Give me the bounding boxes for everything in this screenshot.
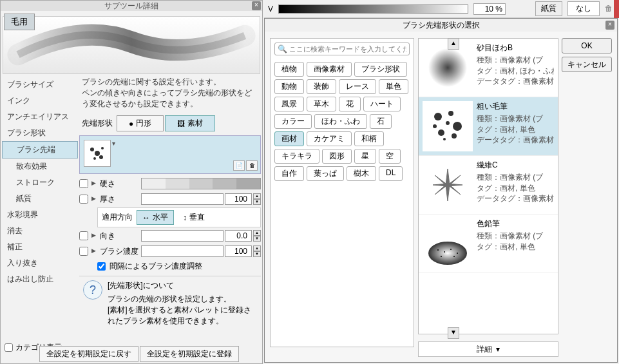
sidebar-item-10[interactable]: 補正 <box>2 239 78 255</box>
category-checkbox[interactable] <box>5 343 13 352</box>
material-item[interactable]: 粗い毛筆種類：画像素材 (ブタグ：画材, 単色データタグ：画像素材 <box>419 97 558 156</box>
tag-樹木[interactable]: 樹木 <box>347 166 376 181</box>
sidebar-item-7[interactable]: 紙質 <box>2 191 78 207</box>
angle-value[interactable]: 0.0 <box>225 230 252 242</box>
sidebar-item-9[interactable]: 消去 <box>2 223 78 239</box>
material-name: 色鉛筆 <box>477 218 554 229</box>
material-item[interactable]: 色鉛筆種類：画像素材 (ブタグ：画材, 単色 <box>419 215 558 273</box>
material-list[interactable]: 砂目ほわB種類：画像素材 (ブタグ：画材, ほわ・ふわデータタグ：画像素材粗い毛… <box>418 38 558 334</box>
tag-単色[interactable]: 単色 <box>379 79 408 94</box>
value-gradient[interactable] <box>278 5 468 14</box>
cancel-button[interactable]: キャンセル <box>562 57 612 72</box>
thickness-value[interactable]: 100 <box>225 193 252 205</box>
up-arrow-icon[interactable]: ▲ <box>253 245 261 251</box>
search-input[interactable] <box>289 45 406 53</box>
tip-thumbnail[interactable] <box>84 140 111 167</box>
tag-草木[interactable]: 草木 <box>307 97 336 111</box>
tag-花[interactable]: 花 <box>339 97 361 111</box>
tag-レース[interactable]: レース <box>339 79 376 94</box>
density-check[interactable] <box>79 247 88 256</box>
tag-和柄[interactable]: 和柄 <box>354 131 384 146</box>
svg-point-19 <box>441 256 442 257</box>
search-field[interactable]: 🔍 <box>274 43 410 55</box>
tag-DL[interactable]: DL <box>379 166 403 181</box>
expand-icon[interactable]: ▶ <box>90 232 97 240</box>
horiz-label: 水平 <box>153 212 168 223</box>
tag-ハート[interactable]: ハート <box>363 97 401 111</box>
tag-キラキラ[interactable]: キラキラ <box>274 149 319 164</box>
horizontal-button[interactable]: ↔水平 <box>137 210 174 225</box>
material-item[interactable]: 砂目ほわB種類：画像素材 (ブタグ：画材, ほわ・ふわデータタグ：画像素材 <box>419 39 558 97</box>
tag-自作[interactable]: 自作 <box>274 166 304 181</box>
tag-ブラシ形状[interactable]: ブラシ形状 <box>354 62 407 77</box>
paper-none-button[interactable]: なし <box>567 1 600 16</box>
svg-point-15 <box>437 249 439 251</box>
expand-icon[interactable]: ▶ <box>90 195 97 203</box>
reset-button[interactable]: 全設定を初期設定に戻す <box>39 346 138 362</box>
thickness-check[interactable] <box>79 195 88 204</box>
expand-icon[interactable]: ▶ <box>90 180 97 187</box>
svg-point-18 <box>457 253 458 254</box>
percent-field[interactable]: 10 % <box>473 3 506 15</box>
scroll-up-icon[interactable]: ▲ <box>448 38 459 50</box>
hardness-slider[interactable] <box>141 178 261 189</box>
sidebar-item-3[interactable]: ブラシ形状 <box>2 125 78 141</box>
down-arrow-icon[interactable]: ▼ <box>253 236 261 242</box>
material-info: 色鉛筆種類：画像素材 (ブタグ：画材, 単色 <box>477 218 554 252</box>
sidebar-item-11[interactable]: 入り抜き <box>2 255 78 271</box>
density-slider[interactable] <box>141 245 224 257</box>
interval-check[interactable] <box>97 262 106 271</box>
tag-装飾[interactable]: 装飾 <box>307 79 336 94</box>
sidebar-item-8[interactable]: 水彩境界 <box>2 207 78 223</box>
tip-circle-button[interactable]: ●円形 <box>117 115 164 131</box>
tag-図形[interactable]: 図形 <box>322 149 352 164</box>
register-button[interactable]: 全設定を初期設定に登録 <box>140 346 239 362</box>
sidebar-item-2[interactable]: アンチエイリアス <box>2 109 78 125</box>
close-icon[interactable]: × <box>605 21 614 30</box>
trash-icon[interactable]: 🗑 <box>246 160 258 171</box>
vertical-button[interactable]: ↕垂直 <box>178 211 210 224</box>
sidebar-item-1[interactable]: インク <box>2 93 78 109</box>
material-item[interactable]: 繊維C種類：画像素材 (ブタグ：画材, 単色データタグ：画像素材 <box>419 156 558 215</box>
tag-動物[interactable]: 動物 <box>274 79 304 94</box>
hardness-check[interactable] <box>79 179 88 188</box>
close-icon[interactable]: × <box>252 1 261 10</box>
tag-カラー[interactable]: カラー <box>274 114 312 129</box>
up-arrow-icon[interactable]: ▲ <box>253 230 261 236</box>
angle-slider[interactable] <box>141 230 224 242</box>
description: ブラシの先端に関する設定を行います。 ペンの傾きや向きによってブラシ先端の形状を… <box>79 75 261 114</box>
material-type: 種類：画像素材 (ブ <box>477 172 554 183</box>
tag-ほわ・ふわ[interactable]: ほわ・ふわ <box>314 114 367 129</box>
up-arrow-icon[interactable]: ▲ <box>253 193 261 199</box>
tag-画材[interactable]: 画材 <box>274 131 304 146</box>
dialog-title-text: ブラシ先端形状の選択 <box>403 20 480 31</box>
down-arrow-icon[interactable]: ▼ <box>253 199 261 205</box>
tag-風景[interactable]: 風景 <box>274 97 304 111</box>
density-value[interactable]: 100 <box>225 245 252 257</box>
tag-カケアミ[interactable]: カケアミ <box>307 131 352 146</box>
ok-button[interactable]: OK <box>562 38 612 53</box>
tag-植物[interactable]: 植物 <box>274 62 304 77</box>
thickness-slider[interactable] <box>141 193 224 205</box>
tag-石[interactable]: 石 <box>370 114 392 129</box>
sidebar-item-5[interactable]: 散布効果 <box>2 158 78 175</box>
note-icon[interactable]: 📄 <box>233 160 245 171</box>
material-datatag: データタグ：画像素材 <box>477 135 554 146</box>
tag-画像素材[interactable]: 画像素材 <box>307 62 352 77</box>
tag-空[interactable]: 空 <box>379 149 401 164</box>
sidebar-item-0[interactable]: ブラシサイズ <box>2 77 78 93</box>
tip-material-button[interactable]: 🖼素材 <box>165 115 215 131</box>
sidebar-item-6[interactable]: ストローク <box>2 175 78 191</box>
down-arrow-icon[interactable]: ▼ <box>253 251 261 257</box>
angle-check[interactable] <box>79 231 88 240</box>
sidebar-item-4[interactable]: ブラシ先端 <box>2 141 78 158</box>
sidebar-item-12[interactable]: はみ出し防止 <box>2 271 78 287</box>
tag-葉っぱ[interactable]: 葉っぱ <box>307 166 344 181</box>
gear-icon[interactable]: ▾ <box>112 140 115 147</box>
tag-星[interactable]: 星 <box>354 149 376 164</box>
detail-toggle[interactable]: 詳細 ▾ <box>418 341 558 357</box>
expand-icon[interactable]: ▶ <box>90 247 97 255</box>
scroll-down-icon[interactable]: ▼ <box>448 327 459 339</box>
horiz-arrow-icon: ↔ <box>142 213 150 222</box>
material-tags: タグ：画材, ほわ・ふわ <box>477 66 554 77</box>
